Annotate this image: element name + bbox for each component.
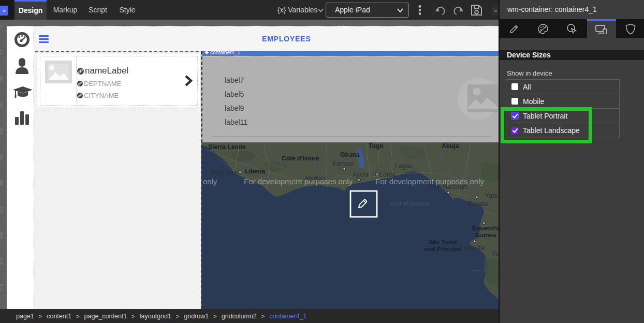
svg-text:Sierra Leone: Sierra Leone (208, 143, 246, 151)
svg-text:Kumasi: Kumasi (332, 160, 354, 167)
svg-text:Equatoria: Equatoria (472, 225, 499, 232)
svg-text:Ga: Ga (492, 251, 499, 258)
svg-text:Guinea: Guinea (475, 231, 496, 239)
svg-text:Libreville: Libreville (460, 244, 486, 252)
svg-text:Liberia: Liberia (245, 168, 266, 175)
svg-text:Togo: Togo (369, 142, 383, 150)
svg-text:São Tomé: São Tomé (428, 239, 457, 246)
svg-text:Monrovia: Monrovia (211, 169, 237, 176)
svg-text:Yaou: Yaou (485, 192, 499, 199)
svg-text:For development purposes only: For development purposes only (244, 177, 353, 186)
svg-text:Douala: Douala (467, 200, 488, 208)
svg-text:Abuja: Abuja (442, 142, 459, 150)
svg-text:Lagos: Lagos (395, 163, 413, 170)
svg-text:Accra: Accra (353, 171, 369, 179)
svg-text:Ghana: Ghana (340, 151, 360, 158)
svg-text:For development purposes only: For development purposes only (375, 177, 485, 186)
svg-text:only: only (203, 177, 217, 186)
svg-text:Gulf of Guinea: Gulf of Guinea (390, 200, 429, 207)
svg-text:and Príncipe: and Príncipe (425, 245, 461, 253)
svg-text:Côte d'Ivoire: Côte d'Ivoire (282, 155, 319, 162)
